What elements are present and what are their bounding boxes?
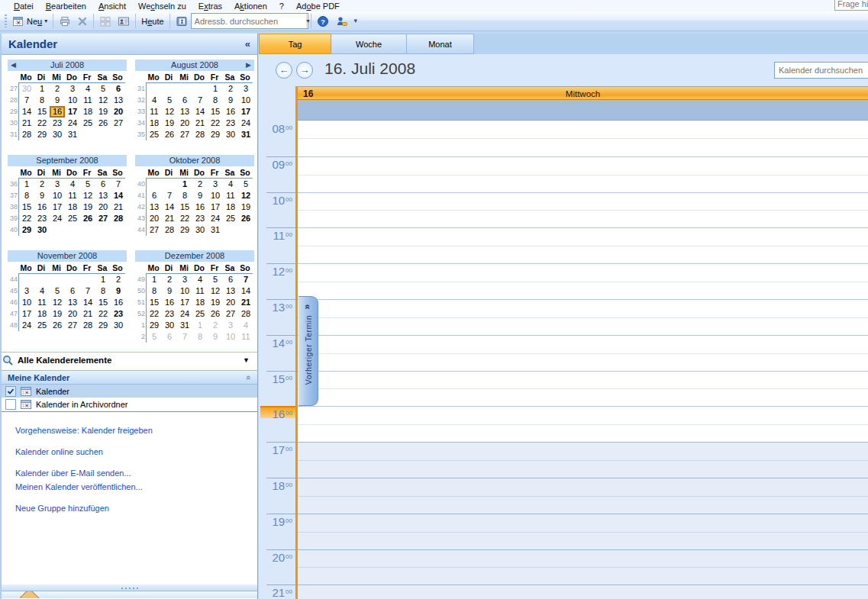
day-cell[interactable]: 22 <box>19 213 34 224</box>
day-cell[interactable]: 6 <box>177 95 192 106</box>
time-slot-15-00[interactable] <box>298 371 868 407</box>
day-cell[interactable]: 23 <box>111 308 126 320</box>
day-cell[interactable]: 12 <box>208 285 223 297</box>
day-cell[interactable]: 14 <box>19 106 34 118</box>
day-cell[interactable]: 26 <box>95 118 111 129</box>
time-slot-10-00[interactable] <box>298 192 868 228</box>
day-cell[interactable]: 25 <box>80 118 95 129</box>
day-cell[interactable]: 13 <box>223 285 238 297</box>
day-cell[interactable]: 8 <box>147 285 162 297</box>
collapse-pane-button[interactable]: « <box>245 38 257 50</box>
day-cell[interactable]: 27 <box>111 118 126 129</box>
new-button[interactable]: Neu ▾ <box>9 14 50 29</box>
day-cell[interactable]: 15 <box>95 297 111 308</box>
day-cell[interactable]: 15 <box>177 201 192 213</box>
day-cell[interactable]: 12 <box>50 297 65 308</box>
day-cell[interactable]: 29 <box>177 224 192 236</box>
day-column-header[interactable]: 16 Mittwoch <box>298 86 868 100</box>
time-slot-12-00[interactable] <box>298 263 868 299</box>
day-cell[interactable]: 9 <box>192 190 208 201</box>
day-cell[interactable]: 7 <box>177 331 192 343</box>
day-cell[interactable]: 25 <box>34 320 50 331</box>
time-slot-19-00[interactable] <box>298 514 868 549</box>
day-cell[interactable]: 24 <box>177 308 192 320</box>
day-cell[interactable]: 3 <box>50 179 65 190</box>
permissions-button[interactable] <box>332 14 351 29</box>
day-cell[interactable]: 5 <box>50 285 65 297</box>
time-slot-08-00[interactable] <box>298 121 868 156</box>
day-cell[interactable]: 30 <box>223 129 238 140</box>
day-cell[interactable]: 24 <box>50 213 65 224</box>
day-cell[interactable]: 11 <box>65 190 80 201</box>
day-cell[interactable]: 25 <box>192 308 208 320</box>
day-cell[interactable]: 12 <box>80 190 95 201</box>
day-cell[interactable]: 3 <box>65 83 80 95</box>
day-cell[interactable]: 6 <box>147 190 162 201</box>
day-cell[interactable]: 30 <box>50 129 65 140</box>
day-cell[interactable]: 28 <box>238 308 253 320</box>
day-cell[interactable]: 13 <box>177 106 192 118</box>
tab-monat[interactable]: Monat <box>407 34 474 54</box>
day-cell[interactable]: 21 <box>80 308 95 320</box>
day-cell[interactable]: 11 <box>34 297 50 308</box>
day-cell[interactable]: 24 <box>238 118 253 129</box>
address-search-dropdown[interactable]: ▾ <box>306 14 310 28</box>
time-slot-13-00[interactable] <box>298 299 868 335</box>
day-cell[interactable]: 31 <box>208 224 223 236</box>
day-cell[interactable]: 23 <box>162 308 177 320</box>
menu-item-adobe-pdf[interactable]: Adobe PDF <box>290 2 346 11</box>
navigation-pane-buttons[interactable] <box>2 591 257 598</box>
day-cell[interactable]: 3 <box>223 320 238 331</box>
calendar-list-item-kalender[interactable]: Kalender <box>2 385 257 398</box>
day-cell[interactable]: 21 <box>238 297 253 308</box>
sidebar-link-kalender-online-suchen[interactable]: Kalender online suchen <box>15 446 253 457</box>
day-cell[interactable]: 11 <box>223 190 238 201</box>
day-cell[interactable]: 18 <box>147 118 162 129</box>
day-cell[interactable]: 8 <box>208 95 223 106</box>
day-cell[interactable]: 30 <box>192 224 208 236</box>
day-cell[interactable]: 23 <box>50 118 65 129</box>
help-button[interactable]: ? <box>314 14 332 29</box>
day-cell[interactable]: 30 <box>34 224 50 236</box>
day-cell[interactable]: 20 <box>177 118 192 129</box>
day-cell[interactable]: 16 <box>111 297 126 308</box>
day-cell[interactable]: 17 <box>238 106 253 118</box>
address-search-input[interactable] <box>192 17 306 26</box>
day-cell[interactable]: 26 <box>162 129 177 140</box>
day-cell[interactable]: 26 <box>50 320 65 331</box>
day-cell[interactable]: 22 <box>34 118 50 129</box>
previous-day-button[interactable]: ← <box>276 62 292 79</box>
day-cell[interactable]: 27 <box>65 320 80 331</box>
day-cell[interactable]: 22 <box>147 308 162 320</box>
day-cell[interactable]: 17 <box>208 201 223 213</box>
tab-tag[interactable]: Tag <box>259 34 331 54</box>
calendar-search-box[interactable] <box>774 62 868 79</box>
time-slot-18-00[interactable] <box>298 478 868 514</box>
menu-item-aktionen[interactable]: Aktionen <box>228 2 273 11</box>
day-cell[interactable]: 4 <box>223 179 238 190</box>
day-cell[interactable]: 18 <box>223 201 238 213</box>
time-slot-17-00[interactable] <box>298 442 868 478</box>
day-cell[interactable]: 8 <box>34 95 50 106</box>
sidebar-link-vorgehensweise-kalender-freigeben[interactable]: Vorgehensweise: Kalender freigeben <box>15 425 253 436</box>
day-cell[interactable]: 15 <box>34 106 50 118</box>
day-cell[interactable]: 31 <box>177 320 192 331</box>
day-cell[interactable]: 22 <box>208 118 223 129</box>
day-cell[interactable]: 6 <box>162 331 177 343</box>
today-cell[interactable]: 16 <box>50 106 65 118</box>
day-cell[interactable]: 10 <box>65 95 80 106</box>
day-cell[interactable]: 12 <box>95 95 111 106</box>
calendar-list-item-kalender-in-archivordner[interactable]: Kalender in Archivordner <box>2 398 257 411</box>
day-cell[interactable]: 11 <box>192 285 208 297</box>
day-cell[interactable]: 28 <box>80 320 95 331</box>
day-cell[interactable]: 23 <box>223 118 238 129</box>
next-day-button[interactable]: → <box>296 62 313 79</box>
day-cell[interactable]: 29 <box>34 129 50 140</box>
address-book-button[interactable] <box>173 14 191 29</box>
filter-dropdown-caret[interactable]: ▼ <box>243 356 257 364</box>
day-cell[interactable]: 20 <box>223 297 238 308</box>
day-cell[interactable]: 18 <box>65 201 80 213</box>
menu-item-bearbeiten[interactable]: Bearbeiten <box>40 2 92 11</box>
day-cell[interactable]: 26 <box>80 213 95 224</box>
day-cell[interactable]: 16 <box>162 297 177 308</box>
